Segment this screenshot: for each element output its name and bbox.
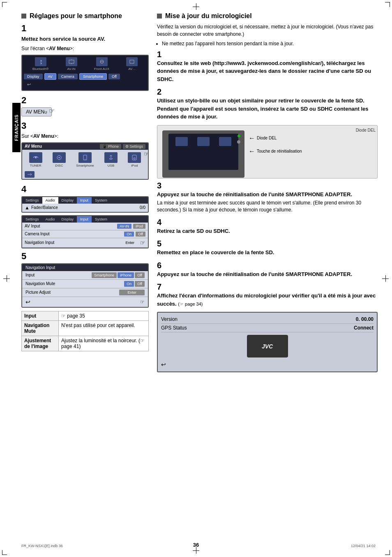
tuner-icon <box>29 152 42 163</box>
info-row-mute: Navigation Mute N'est pas utilisé pour c… <box>22 320 149 336</box>
version-row-gps: GPS Status Connect <box>161 324 374 332</box>
disc-label: DISC <box>55 164 63 167</box>
camera-input-row: Camera Input On Off <box>22 230 148 238</box>
gps-value: Connect <box>354 325 374 331</box>
avin-label: AV-IN <box>67 67 76 71</box>
corner-decoration-bl <box>2 550 7 555</box>
tab-input2: Input <box>77 216 92 223</box>
nav-input-screen: Navigation Input Input Smartphone iPhone… <box>21 263 149 308</box>
avin-icon <box>66 57 77 66</box>
right-step-1-text: Consultez le site web (http://www3. jvck… <box>157 59 378 84</box>
info-key-mute: Navigation Mute <box>22 320 59 336</box>
footer-date: 12/04/21 14:02 <box>351 544 376 548</box>
step-1-sub: Sur l'écran <AV Menu>: <box>21 45 149 52</box>
right-step-5-strong: Remettez en place le couvercle de la fen… <box>157 249 274 255</box>
avmenu-ipod: iPod ☞ <box>128 152 141 167</box>
right-step-3-text: Appuyez sur la touche de réinitialisatio… <box>157 190 378 199</box>
avmenu-tuner: TUNER <box>29 152 42 167</box>
av-icon-img <box>126 57 138 66</box>
av-menu-mockup: AV MENU ☞ <box>21 107 52 116</box>
two-column-layout: Réglages pour le smartphone 1 Mettez hor… <box>21 12 378 372</box>
camera-btn: Camera <box>58 74 78 79</box>
left-step-3: 3 Sur <AV Menu>: AV Menu 📱 Phone ⚙ Setti… <box>21 121 149 180</box>
arrow-left2-icon: ← <box>249 148 255 155</box>
jvc-device: JVC <box>247 335 288 357</box>
right-step-6-text: Appuyez sur la touche de réinitialisatio… <box>157 270 378 278</box>
svg-point-8 <box>58 157 60 158</box>
av-icon-av: AV… <box>126 57 138 71</box>
input-row-label: Input <box>25 273 92 277</box>
avmenu-disc: DISC <box>53 152 66 167</box>
picture-row-label: Picture Adjust <box>25 290 119 295</box>
fader-label: Fader/Balance <box>31 205 140 210</box>
fader-icon: ▲ <box>25 205 30 211</box>
right-section-icon <box>157 14 162 19</box>
right-step-4-text: Retirez la carte SD ou SDHC. <box>157 227 378 235</box>
right-section-header: Mise à jour du micrologiciel <box>157 12 378 20</box>
language-sidebar: FRANÇAIS <box>12 103 21 152</box>
tab-settings-label2: Settings <box>22 216 42 223</box>
right-step-5-text: Remettez en place le couvercle de la fen… <box>157 248 378 257</box>
crosshair-bottom <box>193 547 199 554</box>
version-label: Version <box>161 316 356 322</box>
picture-enter-btn: Enter <box>119 290 145 295</box>
version-back-icon: ↩ <box>161 361 166 368</box>
smartphone-btn: Smartphone <box>79 73 107 80</box>
right-step-2-strong: Utilisez un stylo-bille ou un objet simi… <box>157 97 369 120</box>
phone-btn: 📱 Phone <box>100 144 121 149</box>
settings-screen-2: Settings Audio Display Input System AV I… <box>21 215 149 248</box>
right-intro: Vérifiez la version du micrologiciel et,… <box>157 23 378 38</box>
right-column: Mise à jour du micrologiciel Vérifiez la… <box>157 12 378 372</box>
step-4-number: 4 <box>21 184 149 195</box>
crosshair-right <box>382 275 389 282</box>
reset-button <box>237 140 240 144</box>
nav-row-picture: Picture Adjust Enter <box>22 288 148 297</box>
avmenu-bottom-row <box>22 170 148 179</box>
svg-point-6 <box>35 157 37 158</box>
av-button-row: Display AV Camera Smartphone Off <box>24 72 146 81</box>
device-screen-icon3 <box>219 137 231 146</box>
right-step-7-ref: (☞ page 34) <box>178 301 203 308</box>
ipod-icon <box>128 152 141 163</box>
corner-decoration-tr <box>385 2 390 7</box>
av-icons-row: Bluetooth® AV-IN Front AUX <box>24 57 146 71</box>
right-step-5-num: 5 <box>157 239 378 248</box>
tuner-label: TUNER <box>30 164 42 167</box>
main-content: Réglages pour le smartphone 1 Mettez hor… <box>21 12 378 543</box>
avmenu-top-buttons: 📱 Phone ⚙ Settings <box>100 144 145 149</box>
touche-annotation: ← Touche de réinitialisation <box>249 148 302 155</box>
nav-row-input: Input Smartphone iPhone Off <box>22 271 148 280</box>
step-5-number: 5 <box>21 251 149 262</box>
left-step-4: 4 Settings Audio Display Input System ▲ … <box>21 184 149 248</box>
device-body-area: ← Diode DEL ← Touche de réinitialisation <box>161 129 374 178</box>
info-val-input: ☞ page 35 <box>59 311 149 320</box>
avmenu-top-bar: AV Menu 📱 Phone ⚙ Settings <box>22 143 148 150</box>
av-screen-mockup: Bluetooth® AV-IN Front AUX <box>21 55 149 91</box>
settings-tab-bar-2: Settings Audio Display Input System <box>22 216 148 223</box>
right-step-4-strong: Retirez la carte SD ou SDHC. <box>157 228 230 234</box>
device-labels: ← Diode DEL ← Touche de réinitialisation <box>249 130 302 155</box>
tab-audio: Audio <box>42 197 58 204</box>
right-step-2-text: Utilisez un stylo-bille ou un objet simi… <box>157 97 378 121</box>
diode-annotation: ← Diode DEL <box>249 135 302 142</box>
svg-rect-0 <box>69 60 74 63</box>
version-footer: ↩ <box>161 360 374 369</box>
enter-touch-icon: ☞ <box>140 239 145 246</box>
av-icon-bluetooth: Bluetooth® <box>32 57 49 71</box>
nav-input-row: Navigation Input Enter ☞ <box>22 238 148 248</box>
nav-row-mute: Navigation Mute On Off <box>22 280 148 288</box>
av-input-label: AV Input <box>25 224 115 228</box>
right-step-5: 5 Remettez en place le couvercle de la f… <box>157 239 378 257</box>
crosshair-top <box>193 3 199 10</box>
settings-touch-icon: ☞ <box>144 151 149 157</box>
bullet-item-1: Ne mettez pas l'appareil hors tension pe… <box>162 40 378 47</box>
usb-label: USB <box>108 164 114 167</box>
mute-row-label: Navigation Mute <box>25 281 124 286</box>
language-label: FRANÇAIS <box>14 114 19 141</box>
right-step-3-bold: Appuyez sur la touche de réinitialisatio… <box>157 191 352 197</box>
svg-point-12 <box>134 158 135 159</box>
camera-input-val2: Off <box>136 232 145 237</box>
diode-annotation-text: Diode DEL <box>257 136 277 140</box>
info-key-input: Input <box>22 311 59 320</box>
settings-screen-1: Settings Audio Display Input System ▲ Fa… <box>21 196 149 213</box>
